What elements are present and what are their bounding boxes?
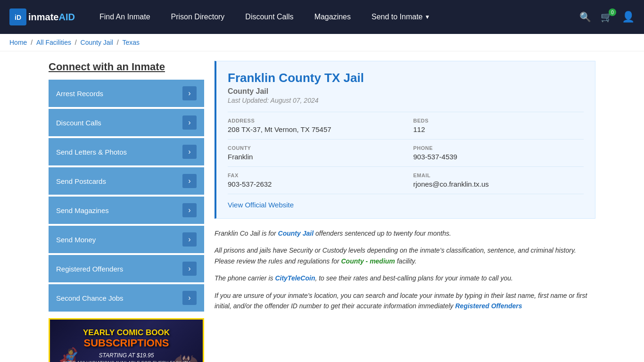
sidebar-item-label: Second Chance Jobs (56, 294, 124, 302)
breadcrumb-state[interactable]: Texas (123, 39, 140, 46)
sidebar-item-second-chance-jobs[interactable]: Second Chance Jobs › (49, 284, 204, 312)
desc-para1-before: Franklin Co Jail is for (215, 230, 278, 237)
nav-prison-directory[interactable]: Prison Directory (161, 0, 235, 34)
facility-card: Franklin County TX Jail County Jail Last… (215, 61, 595, 219)
ad-line1: YEARLY COMIC BOOK (83, 328, 170, 337)
desc-para-4: If you are unsure of your inmate’s locat… (215, 290, 595, 312)
breadcrumb-sep-3: / (117, 39, 121, 46)
nav-find-inmate[interactable]: Find An Inmate (89, 0, 161, 34)
beds-value: 112 (413, 125, 577, 133)
sidebar-item-discount-calls[interactable]: Discount Calls › (49, 109, 204, 136)
logo-icon: iD (9, 8, 26, 25)
svg-text:iD: iD (15, 14, 21, 21)
ad-banner[interactable]: 🦸 🦇 YEARLY COMIC BOOK SUBSCRIPTIONS STAR… (49, 318, 204, 362)
ad-line2: SUBSCRIPTIONS (84, 337, 169, 349)
sidebar-item-send-letters[interactable]: Send Letters & Photos › (49, 138, 204, 165)
sidebar-item-label: Send Letters & Photos (56, 148, 127, 156)
desc-para2-after: facility. (395, 257, 417, 265)
address-value: 208 TX-37, Mt Vernon, TX 75457 (228, 125, 406, 133)
facility-type: County Jail (228, 87, 584, 96)
beds-cell: BEDS 112 (406, 112, 584, 140)
sidebar-item-send-postcards[interactable]: Send Postcards › (49, 167, 204, 195)
fax-cell: FAX 903-537-2632 (228, 167, 406, 194)
address-cell: ADDRESS 208 TX-37, Mt Vernon, TX 75457 (228, 112, 406, 140)
sidebar-item-label: Arrest Records (56, 90, 103, 98)
email-value[interactable]: rjones@co.franklin.tx.us (413, 180, 489, 188)
breadcrumb-all-facilities[interactable]: All Facilities (36, 39, 71, 46)
cart-badge: 0 (609, 8, 616, 16)
facility-updated: Last Updated: August 07, 2024 (228, 97, 584, 104)
main-nav: Find An Inmate Prison Directory Discount… (89, 0, 579, 34)
breadcrumb-home[interactable]: Home (9, 39, 27, 46)
county-cell: COUNTY Franklin (228, 140, 406, 167)
nav-magazines[interactable]: Magazines (304, 0, 361, 34)
logo-text: inmateAID (28, 12, 75, 23)
search-icon[interactable]: 🔍 (579, 11, 591, 23)
view-website-link[interactable]: View Official Website (228, 201, 294, 209)
fax-label: FAX (228, 173, 406, 178)
citytelecoin-link[interactable]: CityTeleCoin (275, 274, 315, 282)
arrow-icon: › (182, 291, 197, 305)
logo[interactable]: iD inmateAID (9, 8, 75, 25)
content-area: Franklin County TX Jail County Jail Last… (215, 61, 595, 362)
arrow-icon: › (182, 145, 197, 159)
nav-send-to-inmate[interactable]: Send to Inmate ▼ (361, 0, 440, 34)
cart-icon[interactable]: 🛒 0 (601, 11, 612, 23)
email-label: EMAIL (413, 173, 577, 178)
desc-para3-before: The phone carrier is (215, 274, 275, 282)
desc-para-1: Franklin Co Jail is for County Jail offe… (215, 228, 595, 239)
facility-details-grid: ADDRESS 208 TX-37, Mt Vernon, TX 75457 B… (228, 112, 584, 194)
ad-price: STARTING AT $19.95 (99, 352, 154, 359)
main-container: Connect with an Inmate Arrest Records › … (39, 51, 605, 362)
user-icon[interactable]: 👤 (622, 11, 635, 23)
breadcrumb: Home / All Facilities / County Jail / Te… (0, 34, 644, 51)
ad-note: OVER 100 VARIATIONS AVAILABLE FOR EVERY … (63, 361, 190, 362)
arrow-icon: › (182, 203, 197, 217)
arrow-icon: › (182, 86, 197, 100)
arrow-icon: › (182, 262, 197, 276)
sidebar-item-send-magazines[interactable]: Send Magazines › (49, 197, 204, 224)
ad-hero-left: 🦸 (54, 347, 83, 362)
beds-label: BEDS (413, 118, 577, 123)
arrow-icon: › (182, 232, 197, 247)
fax-value: 903-537-2632 (228, 180, 406, 188)
email-cell: EMAIL rjones@co.franklin.tx.us (406, 167, 584, 194)
sidebar-title: Connect with an Inmate (49, 61, 204, 73)
arrow-icon: › (182, 174, 197, 188)
sidebar-item-label: Send Money (56, 236, 96, 244)
sidebar-item-label: Registered Offenders (56, 265, 123, 273)
breadcrumb-county-jail[interactable]: County Jail (81, 39, 113, 46)
registered-offenders-link[interactable]: Registered Offenders (455, 302, 522, 310)
sidebar-item-send-money[interactable]: Send Money › (49, 226, 204, 253)
desc-para-3: The phone carrier is CityTeleCoin, to se… (215, 273, 595, 283)
description-section: Franklin Co Jail is for County Jail offe… (215, 228, 595, 322)
breadcrumb-sep-2: / (75, 39, 79, 46)
header-icons: 🔍 🛒 0 👤 (579, 11, 635, 23)
facility-title: Franklin County TX Jail (228, 71, 584, 85)
sidebar: Connect with an Inmate Arrest Records › … (49, 61, 204, 362)
desc-para3-after: , to see their rates and best-calling pl… (315, 274, 512, 282)
county-label: COUNTY (228, 145, 406, 151)
breadcrumb-sep-1: / (31, 39, 34, 46)
header: iD inmateAID Find An Inmate Prison Direc… (0, 0, 644, 34)
send-to-inmate-label: Send to Inmate (372, 13, 423, 21)
county-jail-link[interactable]: County Jail (278, 230, 314, 237)
sidebar-item-label: Discount Calls (56, 119, 101, 127)
sidebar-item-label: Send Magazines (56, 206, 109, 214)
county-value: Franklin (228, 153, 406, 161)
phone-cell: PHONE 903-537-4539 (406, 140, 584, 167)
arrow-icon: › (182, 115, 197, 130)
county-medium-link[interactable]: County - medium (341, 257, 395, 265)
desc-para1-after: offenders sentenced up to twenty four mo… (314, 230, 451, 237)
sidebar-item-label: Send Postcards (56, 177, 106, 185)
desc-para-2: All prisons and jails have Security or C… (215, 245, 595, 266)
address-label: ADDRESS (228, 118, 406, 123)
sidebar-item-arrest-records[interactable]: Arrest Records › (49, 80, 204, 107)
desc-para4-before: If you are unsure of your inmate’s locat… (215, 292, 587, 310)
nav-discount-calls[interactable]: Discount Calls (235, 0, 304, 34)
phone-label: PHONE (413, 145, 577, 151)
dropdown-arrow-icon: ▼ (425, 14, 430, 20)
phone-value: 903-537-4539 (413, 153, 577, 161)
sidebar-item-registered-offenders[interactable]: Registered Offenders › (49, 255, 204, 282)
sidebar-menu: Arrest Records › Discount Calls › Send L… (49, 80, 204, 312)
